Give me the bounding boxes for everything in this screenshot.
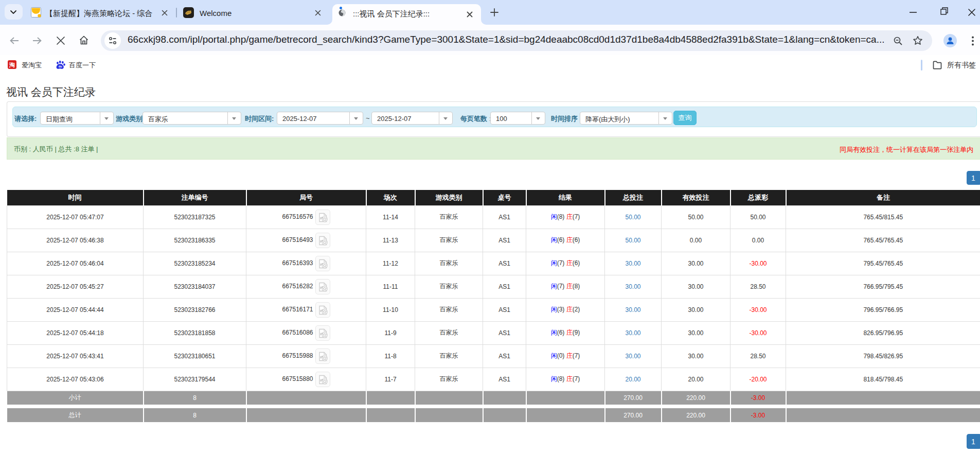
svg-text:du: du (59, 65, 62, 68)
svg-text:淘: 淘 (9, 62, 15, 68)
